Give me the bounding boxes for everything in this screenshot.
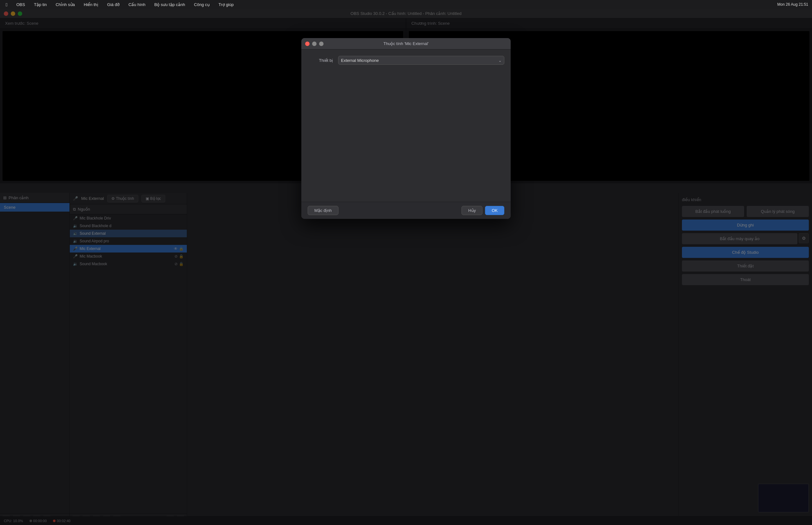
device-label: Thiết bị xyxy=(308,58,333,63)
menubar:  OBS Tập tin Chỉnh sửa Hiển thị Giá đỡ … xyxy=(0,0,812,9)
menu-edit[interactable]: Chỉnh sửa xyxy=(54,2,76,7)
cancel-button[interactable]: Hủy xyxy=(462,206,482,215)
device-select[interactable]: External Microphone Built-in Microphone … xyxy=(338,56,504,65)
ok-button[interactable]: OK xyxy=(485,206,504,215)
device-form-row: Thiết bị External Microphone Built-in Mi… xyxy=(308,56,504,65)
properties-dialog: Thuộc tính 'Mic External' Thiết bị Exter… xyxy=(301,38,511,219)
menu-help[interactable]: Trợ giúp xyxy=(217,2,236,7)
menu-time: Mon 26 Aug 21:51 xyxy=(778,2,808,7)
menu-file[interactable]: Tập tin xyxy=(32,2,49,7)
dialog-close-button[interactable] xyxy=(305,42,310,46)
menu-config[interactable]: Cấu hình xyxy=(126,2,148,7)
default-button[interactable]: Mặc định xyxy=(308,206,339,215)
menu-tools[interactable]: Công cụ xyxy=(192,2,212,7)
dialog-footer: Mặc định Hủy OK xyxy=(301,202,511,219)
dialog-controls xyxy=(305,42,324,46)
menu-collection[interactable]: Bộ sưu tập cảnh xyxy=(152,2,187,7)
dialog-min-button[interactable] xyxy=(312,42,317,46)
modal-overlay: Thuộc tính 'Mic External' Thiết bị Exter… xyxy=(0,0,812,525)
dialog-titlebar: Thuộc tính 'Mic External' xyxy=(301,38,511,49)
menu-obs[interactable]: OBS xyxy=(14,2,27,7)
menu-view[interactable]: Hiển thị xyxy=(82,2,100,7)
device-select-wrapper: External Microphone Built-in Microphone … xyxy=(338,56,504,65)
dialog-title: Thuộc tính 'Mic External' xyxy=(384,41,428,46)
dialog-body: Thiết bị External Microphone Built-in Mi… xyxy=(301,49,511,202)
menu-stand[interactable]: Giá đỡ xyxy=(105,2,121,7)
apple-menu[interactable]:  xyxy=(4,1,9,8)
dialog-max-button[interactable] xyxy=(319,42,324,46)
menubar-right: Mon 26 Aug 21:51 xyxy=(778,2,808,7)
